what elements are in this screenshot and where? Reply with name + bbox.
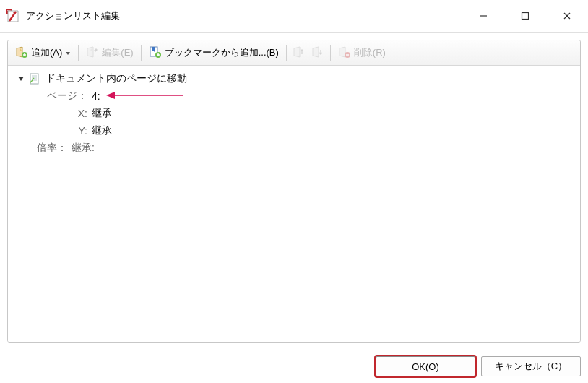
delete-icon — [338, 46, 351, 61]
zoom-value: 継承: — [72, 142, 95, 155]
x-value: 継承 — [92, 107, 112, 120]
action-header-label: ドキュメント内のページに移動 — [46, 72, 187, 85]
close-button[interactable] — [546, 0, 588, 32]
separator — [141, 45, 142, 61]
bookmark-icon — [149, 46, 162, 61]
svg-rect-15 — [30, 74, 38, 84]
y-row[interactable]: Y: 継承 — [12, 122, 579, 139]
separator — [78, 45, 79, 61]
delete-button[interactable]: 削除(R) — [334, 43, 390, 63]
separator — [330, 45, 331, 61]
add-from-bookmark-button[interactable]: ブックマークから追加...(B) — [144, 43, 283, 63]
maximize-button[interactable] — [504, 0, 546, 32]
app-icon: PDF — [6, 9, 20, 23]
move-down-icon — [311, 46, 324, 61]
x-label: X: — [33, 108, 87, 119]
page-row[interactable]: ページ： 4: — [12, 87, 579, 105]
y-label: Y: — [33, 125, 87, 137]
toolbar: 追加(A) 編集(E) — [8, 40, 580, 66]
delete-label: 削除(R) — [354, 46, 386, 59]
edit-label: 編集(E) — [102, 46, 133, 59]
ok-label: OK(O) — [412, 361, 439, 372]
window-controls — [462, 0, 588, 32]
cancel-label: キャンセル（C） — [495, 360, 567, 373]
chevron-down-icon — [65, 48, 71, 59]
minimize-button[interactable] — [462, 0, 504, 32]
edit-button[interactable]: 編集(E) — [82, 43, 137, 63]
zoom-label: 倍率： — [33, 142, 67, 155]
add-label: 追加(A) — [31, 46, 62, 59]
button-bar: OK(O) キャンセル（C） — [0, 350, 588, 383]
action-tree: ドキュメント内のページに移動 ページ： 4: X: 継承 Y: 継承 — [8, 66, 580, 342]
window-title: アクションリスト編集 — [26, 9, 462, 22]
add-from-bookmark-label: ブックマークから追加...(B) — [165, 46, 279, 59]
page-label: ページ： — [33, 90, 87, 103]
titlebar: PDF アクションリスト編集 — [0, 0, 588, 33]
zoom-row[interactable]: 倍率： 継承: — [12, 139, 579, 157]
separator — [286, 45, 287, 61]
move-up-button[interactable] — [290, 43, 308, 63]
cancel-button[interactable]: キャンセル（C） — [481, 356, 581, 376]
ok-button[interactable]: OK(O) — [376, 356, 475, 376]
add-button[interactable]: 追加(A) — [11, 43, 75, 63]
content-area: 追加(A) 編集(E) — [0, 33, 588, 350]
add-icon — [15, 46, 28, 61]
x-row[interactable]: X: 継承 — [12, 105, 579, 122]
page-value: 4: — [92, 90, 100, 102]
edit-icon — [86, 46, 99, 61]
action-panel: 追加(A) 編集(E) — [7, 40, 581, 343]
move-down-button[interactable] — [308, 43, 327, 63]
annotation-arrow-icon — [105, 90, 184, 103]
y-value: 継承 — [92, 124, 112, 137]
expand-toggle[interactable] — [15, 73, 27, 85]
goto-page-icon — [28, 72, 41, 85]
action-header-row[interactable]: ドキュメント内のページに移動 — [12, 70, 579, 87]
move-up-icon — [293, 46, 306, 61]
svg-rect-3 — [522, 13, 529, 20]
